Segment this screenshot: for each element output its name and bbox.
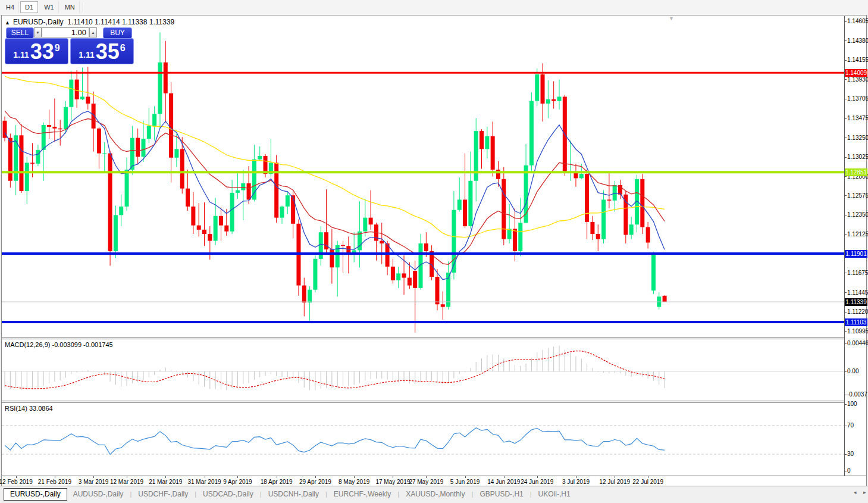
timeframe-button-mn[interactable]: MN: [60, 1, 80, 13]
macd-signal-line: [5, 351, 665, 389]
time-tick-mark: [648, 476, 648, 478]
tab-separator: |: [130, 490, 131, 498]
price-tick-label: 1.12125: [847, 231, 868, 238]
tab-usdcad-daily[interactable]: USDCAD-,Daily: [197, 489, 259, 500]
price-tick-mark: [844, 40, 847, 41]
price-tick-mark: [844, 312, 847, 313]
time-axis-label: 8 May 2019: [333, 479, 375, 485]
time-tick-mark: [16, 476, 17, 478]
price-tick-label: 1.12350: [847, 211, 868, 218]
macd-tick-mark: [844, 343, 847, 344]
macd-tick-label: 0.00: [847, 368, 858, 374]
time-tick-mark: [277, 476, 277, 478]
tab-usdcnh-daily[interactable]: USDCNH-,Daily: [262, 489, 325, 500]
time-axis-label: 24 Jun 2019: [516, 479, 558, 485]
current-bid-price-label: 1.11339: [845, 298, 867, 306]
tab-eurusd-daily[interactable]: EURUSD-,Daily: [4, 488, 67, 501]
volume-input[interactable]: 1.00: [42, 27, 89, 38]
sell-button[interactable]: SELL: [6, 27, 34, 39]
symbol-tab-bar: EURUSD-,DailyAUDUSD-,Daily|USDCHF-,Daily…: [0, 486, 868, 500]
tab-audusd-daily[interactable]: AUDUSD-,Daily: [67, 489, 130, 500]
macd-panel-chart[interactable]: [2, 339, 844, 401]
time-tick-mark: [465, 476, 466, 478]
timeframe-button-d1[interactable]: D1: [20, 1, 38, 13]
timeframe-button-h4[interactable]: H4: [1, 1, 19, 13]
price-tick-label: 1.11445: [847, 289, 868, 296]
rsi-tick-label: 70: [847, 422, 854, 429]
tab-scroll-left-icon[interactable]: ◂: [854, 489, 857, 495]
time-axis-label: 21 Mar 2019: [145, 479, 186, 485]
price-tick-mark: [844, 176, 847, 177]
tab-separator: |: [397, 490, 399, 498]
price-tick-mark: [844, 79, 847, 80]
time-tick-mark: [127, 476, 127, 478]
tab-scroll-right-icon[interactable]: ▸: [863, 489, 866, 495]
tab-gbpusd-h1[interactable]: GBPUSD-,H1: [474, 489, 529, 500]
rsi-tick-mark: [844, 426, 847, 426]
rsi-panel-chart[interactable]: [2, 403, 844, 475]
price-tick-mark: [844, 215, 847, 215]
price-tick-label: 1.11675: [847, 270, 868, 276]
price-tick-label: 1.10995: [847, 328, 868, 335]
time-axis-label: 29 Apr 2019: [294, 479, 336, 485]
price-level-label-1.11901: 1.11901: [845, 250, 867, 258]
time-tick-mark: [537, 476, 538, 478]
rsi-tick-label: 100: [847, 401, 857, 407]
time-tick-mark: [315, 476, 316, 478]
volume-increase-button[interactable]: ▲: [89, 27, 97, 38]
time-axis-label: 3 Jul 2019: [555, 479, 597, 485]
volume-decrease-button[interactable]: ▼: [34, 27, 42, 38]
scroll-to-end-marker-icon[interactable]: ▼: [669, 15, 674, 21]
time-axis-label: 22 Jul 2019: [627, 479, 669, 485]
buy-price-button[interactable]: 1.11 35 6: [70, 38, 134, 64]
price-tick-mark: [844, 157, 847, 158]
timeframe-button-w1[interactable]: W1: [39, 1, 59, 13]
price-tick-mark: [844, 60, 847, 61]
time-tick-mark: [165, 476, 166, 478]
chart-header: ▲EURUSD-,Daily 1.11410 1.11414 1.11338 1…: [5, 18, 174, 26]
buy-price-sup: 6: [120, 43, 126, 54]
time-tick-mark: [354, 476, 355, 478]
price-tick-label: 1.13025: [847, 154, 868, 160]
price-tick-label: 1.11220: [847, 308, 868, 315]
price-tick-label: 1.12575: [847, 192, 868, 199]
sell-price-big: 33: [30, 42, 54, 62]
tab-separator: |: [195, 490, 196, 498]
chart-ohlc-values: 1.11410 1.11414 1.11338 1.11339: [67, 18, 174, 26]
time-axis-label: 21 Feb 2019: [34, 479, 76, 485]
time-axis-label: 12 Feb 2019: [0, 479, 37, 485]
collapse-panel-icon[interactable]: ▲: [5, 20, 10, 26]
price-tick-mark: [844, 99, 847, 99]
price-tick-mark: [844, 234, 847, 235]
price-level-label-1.14009: 1.14009: [845, 69, 867, 77]
time-tick-mark: [426, 476, 427, 478]
tab-xauusd-monthly[interactable]: XAUUSD-,Monthly: [400, 489, 471, 500]
buy-button[interactable]: BUY: [103, 27, 132, 39]
price-tick-mark: [844, 118, 847, 119]
buy-price-big: 35: [96, 42, 120, 62]
tab-usdchf-daily[interactable]: USDCHF-,Daily: [132, 489, 194, 500]
macd-tick-label: 0.004465: [847, 340, 868, 346]
price-tick-label: 1.13930: [847, 76, 868, 83]
price-tick-mark: [844, 195, 847, 196]
time-axis-label: 18 Apr 2019: [256, 479, 297, 485]
tab-separator: |: [530, 490, 532, 498]
tab-separator: |: [325, 490, 327, 498]
rsi-tick-mark: [844, 454, 847, 455]
candles-layer: [3, 32, 667, 332]
macd-tick-mark: [844, 371, 847, 372]
time-tick-mark: [576, 476, 576, 478]
time-axis-label: 9 Apr 2019: [217, 479, 258, 485]
time-tick-mark: [237, 476, 238, 478]
tab-eurchf-weekly[interactable]: EURCHF-,Weekly: [328, 489, 397, 500]
time-tick-mark: [55, 476, 55, 478]
buy-price-prefix: 1.11: [79, 50, 94, 60]
time-tick-mark: [615, 476, 615, 478]
tab-ukoil-h1[interactable]: UKOil-,H1: [532, 489, 576, 500]
price-tick-label: 1.13705: [847, 95, 868, 102]
price-tick-mark: [844, 273, 847, 273]
sell-price-button[interactable]: 1.11 33 9: [5, 38, 68, 64]
macd-tick-mark: [844, 395, 847, 395]
time-tick-mark: [504, 476, 504, 478]
price-tick-label: 1.14155: [847, 57, 868, 63]
